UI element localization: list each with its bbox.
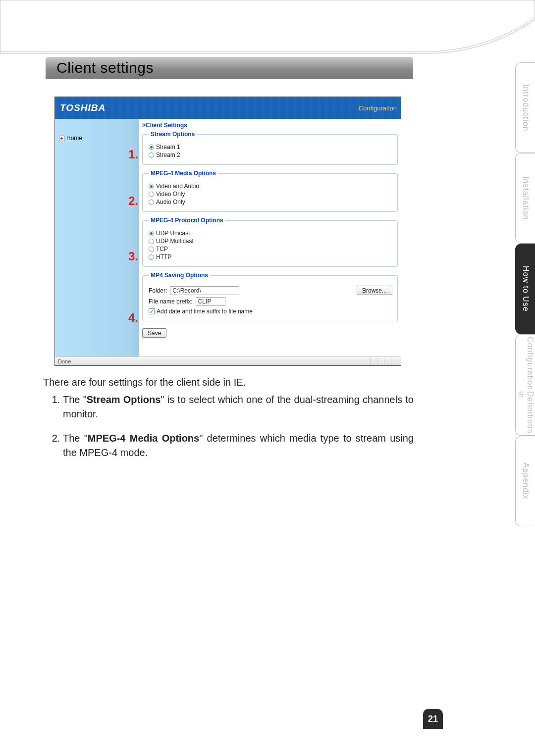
callout-2: 2.: [128, 194, 138, 208]
saving-options-group: MP4 Saving Options Folder: C:\Record\ Br…: [142, 272, 398, 321]
stream-options-group: Stream Options Stream 1 Stream 2: [142, 131, 398, 165]
sidebar-home-label: Home: [66, 135, 82, 142]
section-heading: Client settings: [46, 57, 413, 79]
protocol-option-row[interactable]: UDP Unicast: [149, 230, 392, 237]
protocol-options-legend: MPEG-4 Protocol Options: [149, 217, 225, 224]
media-option-row[interactable]: Video and Audio: [149, 183, 392, 190]
tab-how-to-use[interactable]: How to Use: [515, 244, 535, 334]
callout-3: 3.: [128, 250, 138, 263]
section-heading-text: Client settings: [56, 59, 154, 76]
protocol-option-row[interactable]: HTTP: [149, 253, 392, 260]
radio-label: Video Only: [156, 191, 185, 198]
breadcrumb-text: Client Settings: [146, 122, 187, 129]
callout-4: 4.: [128, 311, 138, 325]
protocol-options-group: MPEG-4 Protocol Options UDP Unicast UDP …: [142, 217, 398, 267]
saving-options-legend: MP4 Saving Options: [149, 272, 210, 279]
radio-icon[interactable]: [149, 231, 154, 236]
status-text: Done: [58, 358, 71, 364]
radio-label: TCP: [156, 246, 168, 252]
radio-icon[interactable]: [149, 247, 154, 252]
media-options-group: MPEG-4 Media Options Video and Audio Vid…: [142, 170, 398, 212]
caret-icon: >: [142, 122, 146, 129]
radio-icon[interactable]: [149, 145, 154, 150]
suffix-checkbox-row[interactable]: ✓ Add date and time suffix to file name: [149, 308, 392, 315]
body-text: There are four settings for the client s…: [43, 375, 414, 470]
media-options-legend: MPEG-4 Media Options: [149, 170, 218, 177]
radio-label: Audio Only: [156, 199, 185, 205]
radio-label: UDP Unicast: [156, 230, 190, 237]
page-number: 21: [423, 709, 443, 729]
ui-header: TOSHIBA Configuration: [55, 97, 401, 119]
radio-icon[interactable]: [149, 152, 154, 158]
prefix-label: File name prefix:: [149, 298, 193, 305]
radio-icon[interactable]: [149, 184, 154, 189]
status-chunks: [370, 358, 398, 365]
radio-icon[interactable]: [149, 200, 154, 205]
folder-input[interactable]: C:\Record\: [170, 286, 239, 295]
embedded-ui-screenshot: TOSHIBA Configuration +Home 1. 2. 3. 4. …: [54, 97, 401, 366]
body-item-2: The "MPEG-4 Media Options" determines wh…: [63, 431, 414, 460]
expand-icon[interactable]: +: [59, 136, 64, 141]
tab-label-twoline: Configuration Definitions in: [517, 337, 535, 434]
radio-icon[interactable]: [149, 239, 154, 244]
tab-label: Appendix: [521, 462, 530, 500]
side-tabs: Introduction Installation How to Use Con…: [426, 62, 535, 526]
sidebar: +Home: [55, 119, 139, 356]
checkbox-icon[interactable]: ✓: [149, 308, 155, 314]
tab-appendix[interactable]: Appendix: [515, 436, 535, 526]
radio-label: UDP Multicast: [156, 238, 194, 245]
radio-label: HTTP: [156, 253, 171, 260]
radio-label: Stream 2: [156, 151, 180, 158]
checkbox-label: Add date and time suffix to file name: [157, 308, 253, 315]
folder-row: Folder: C:\Record\ Browse...: [149, 286, 392, 295]
body-intro: There are four settings for the client s…: [43, 375, 414, 390]
tab-label: Installation: [521, 176, 530, 220]
tab-label: How to Use: [521, 266, 530, 312]
ui-body: +Home 1. 2. 3. 4. >Client Settings Strea…: [55, 119, 401, 356]
breadcrumb: >Client Settings: [142, 122, 398, 129]
page-top-accent: [0, 0, 535, 54]
radio-label: Video and Audio: [156, 183, 199, 190]
callout-1: 1.: [128, 148, 138, 161]
stream-option-row[interactable]: Stream 1: [149, 144, 392, 151]
configuration-link[interactable]: Configuration: [359, 104, 397, 112]
radio-icon[interactable]: [149, 254, 154, 260]
content-panel: >Client Settings Stream Options Stream 1…: [139, 119, 401, 356]
media-option-row[interactable]: Audio Only: [149, 199, 392, 205]
status-bar: Done: [55, 356, 401, 365]
page-number-text: 21: [428, 714, 438, 724]
stream-options-legend: Stream Options: [149, 131, 197, 138]
folder-label: Folder:: [149, 287, 167, 294]
body-item-1: The "Stream Options" is to select which …: [63, 393, 414, 421]
media-option-row[interactable]: Video Only: [149, 191, 392, 198]
radio-icon[interactable]: [149, 192, 154, 197]
tab-label: Introduction: [521, 84, 530, 132]
protocol-option-row[interactable]: TCP: [149, 246, 392, 252]
browse-button[interactable]: Browse...: [357, 286, 392, 295]
prefix-input[interactable]: CLIP: [196, 297, 225, 306]
stream-option-row[interactable]: Stream 2: [149, 151, 392, 158]
tab-definitions[interactable]: Configuration Definitions in: [515, 334, 535, 436]
brand-logo: TOSHIBA: [60, 102, 106, 113]
sidebar-home[interactable]: +Home: [59, 135, 139, 142]
save-button[interactable]: Save: [142, 328, 166, 338]
protocol-option-row[interactable]: UDP Multicast: [149, 238, 392, 245]
tab-installation[interactable]: Installation: [515, 153, 535, 244]
radio-label: Stream 1: [156, 144, 180, 151]
prefix-row: File name prefix: CLIP: [149, 297, 392, 306]
tab-introduction[interactable]: Introduction: [515, 62, 535, 153]
